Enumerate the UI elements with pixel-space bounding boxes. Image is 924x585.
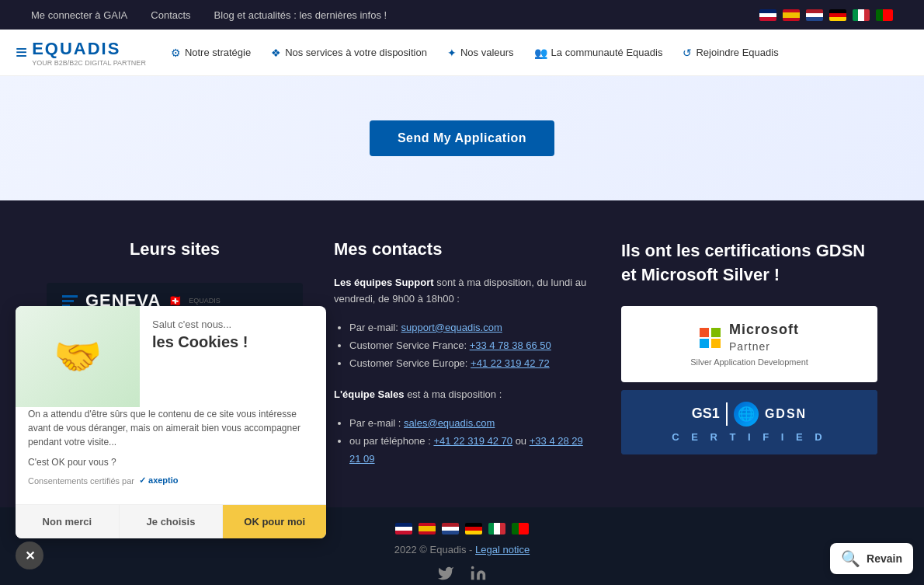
revain-widget[interactable]: 🔍 Revain: [830, 543, 913, 574]
footer-copyright: 2022 © Equadis - Legal notice: [394, 544, 530, 555]
certifications-section: Ils ont les certifications GDSN et Micro…: [621, 239, 877, 468]
footer-flag-de[interactable]: [465, 523, 482, 535]
cookie-text-area: Salut c'est nous... les Cookies !: [140, 306, 326, 407]
gdsn-certified: C E R T I F I E D: [672, 431, 827, 443]
logo-brand: EQUADIS: [32, 39, 146, 59]
linkedin-icon[interactable]: [470, 565, 487, 585]
ms-sq-blue: [700, 339, 709, 348]
gdsn-icon-area: 🌐: [734, 402, 759, 427]
legal-notice-link[interactable]: Legal notice: [475, 544, 530, 555]
footer-flag-it[interactable]: [488, 523, 505, 535]
sales-email-link[interactable]: sales@equadis.com: [404, 417, 495, 429]
gdsn-top: GS1 🌐 GDSN: [692, 402, 807, 427]
logo-text: EQUADIS YOUR B2B/B2C DIGITAL PARTNER: [32, 39, 146, 67]
cookie-body: On a attendu d'être sûrs que le contenu …: [16, 407, 326, 504]
cookie-title-big: les Cookies !: [152, 333, 314, 351]
support-france-phone[interactable]: +33 4 78 38 66 50: [470, 340, 551, 351]
hero-area: Send My Application: [0, 76, 924, 200]
support-list: Par e-mail: support@equadis.com Customer…: [349, 319, 590, 373]
nav-item-valeurs[interactable]: ✦ Nos valeurs: [438, 30, 523, 76]
sales-phone-1[interactable]: +41 22 319 42 70: [433, 435, 512, 447]
twitter-icon[interactable]: [437, 565, 454, 585]
flag-pt[interactable]: [876, 9, 893, 21]
nav-item-services[interactable]: ❖ Nos services à votre disposition: [262, 30, 436, 76]
flag-de[interactable]: [829, 9, 846, 21]
nav-item-communaute[interactable]: 👥 La communauté Equadis: [525, 30, 672, 76]
footer-flag-uk[interactable]: [395, 523, 412, 535]
microsoft-badge: MicrosoftPartner Silver Application Deve…: [621, 306, 877, 382]
support-email-link[interactable]: support@equadis.com: [401, 322, 502, 333]
nav-item-strategie[interactable]: ⚙ Notre stratégie: [162, 30, 260, 76]
nav-item-rejoindre[interactable]: ↺ Rejoindre Equadis: [673, 30, 787, 76]
gs1-logo: GS1: [692, 406, 720, 422]
valeurs-icon: ✦: [447, 47, 457, 59]
flag-nl[interactable]: [806, 9, 823, 21]
ms-text: MicrosoftPartner: [729, 322, 799, 354]
geneva-sub: EQUADIS: [189, 297, 221, 305]
footer-flag-es[interactable]: [419, 523, 436, 535]
geneva-lines: [62, 295, 78, 307]
cookie-title-small: Salut c'est nous...: [152, 319, 314, 330]
sales-intro-text: L'équipe Sales est à ma disposition :: [334, 387, 590, 403]
cookie-desc-1: On a attendu d'être sûrs que le contenu …: [28, 407, 314, 449]
top-nav-links: Me connecter à GAIA Contacts Blog et act…: [31, 9, 387, 21]
gdsn-text: GDSN: [765, 407, 807, 421]
cookie-desc-2: C'est OK pour vous ?: [28, 455, 314, 469]
gaia-link[interactable]: Me connecter à GAIA: [31, 9, 127, 21]
revain-label: Revain: [867, 552, 902, 565]
axeptio-logo: ✓ axeptio: [139, 475, 179, 486]
communaute-icon: 👥: [534, 47, 547, 59]
mes-contacts-title: Mes contacts: [334, 239, 590, 259]
mes-contacts-section: Mes contacts Les équipes Support sont à …: [334, 239, 590, 468]
flag-uk[interactable]: [759, 9, 776, 21]
logo-sub: YOUR B2B/B2C DIGITAL PARTNER: [32, 59, 146, 67]
top-nav-flags: [759, 9, 893, 21]
main-nav-links: ⚙ Notre stratégie ❖ Nos services à votre…: [162, 30, 908, 76]
cookie-no-button[interactable]: Non merci: [16, 505, 119, 538]
ms-sq-red: [700, 328, 709, 337]
sales-list: Par e-mail : sales@equadis.com ou par té…: [349, 414, 590, 468]
strategie-icon: ⚙: [171, 47, 181, 59]
logo[interactable]: ≡ EQUADIS YOUR B2B/B2C DIGITAL PARTNER: [16, 39, 146, 67]
logo-icon: ≡: [16, 40, 27, 64]
gdsn-inner: GS1 🌐 GDSN C E R T I F I E D: [621, 390, 877, 454]
ms-sq-yellow: [711, 339, 721, 348]
ms-partner-top: MicrosoftPartner: [700, 322, 799, 354]
gdsn-divider: [726, 402, 728, 426]
leurs-sites-title: Leurs sites: [47, 239, 303, 259]
cookie-buttons: Non merci Je choisis OK pour moi: [16, 504, 326, 538]
cookie-mascot-area: 🤝: [16, 306, 140, 407]
page-close-button[interactable]: ✕: [16, 541, 43, 569]
ms-sub: Silver Application Development: [690, 357, 808, 367]
geneva-flag: 🇨🇭: [168, 294, 182, 307]
cookie-consent-line: Consentements certifiés par ✓ axeptio: [28, 475, 314, 486]
ms-partner: MicrosoftPartner Silver Application Deve…: [690, 322, 808, 367]
cert-title: Ils ont les certifications GDSN et Micro…: [621, 239, 877, 287]
cookie-ok-button[interactable]: OK pour moi: [223, 505, 326, 538]
rejoindre-icon: ↺: [683, 47, 692, 59]
gdsn-badge: GS1 🌐 GDSN C E R T I F I E D: [621, 390, 877, 454]
ms-sq-green: [711, 328, 721, 337]
sales-phone-item: ou par téléphone : +41 22 319 42 70 ou +…: [349, 432, 590, 468]
blog-link[interactable]: Blog et actualités : les dernières infos…: [214, 9, 387, 21]
contacts-link[interactable]: Contacts: [151, 9, 190, 21]
svg-point-0: [471, 566, 474, 569]
footer-flag-nl[interactable]: [442, 523, 459, 535]
sales-email-item: Par e-mail : sales@equadis.com: [349, 414, 590, 432]
support-intro-text: Les équipes Support sont à ma dispositio…: [334, 275, 590, 308]
ms-logo: [700, 328, 721, 348]
cookie-mascots: 🤝: [54, 334, 102, 379]
support-europe-phone[interactable]: +41 22 319 42 72: [471, 357, 550, 369]
services-icon: ❖: [271, 47, 281, 59]
top-nav: Me connecter à GAIA Contacts Blog et act…: [0, 0, 924, 30]
send-application-button[interactable]: Send My Application: [370, 120, 554, 156]
footer-flags: [395, 523, 529, 535]
cookie-choose-button[interactable]: Je choisis: [119, 505, 224, 538]
flag-es[interactable]: [783, 9, 800, 21]
flag-it[interactable]: [853, 9, 870, 21]
cookie-header: 🤝 Salut c'est nous... les Cookies !: [16, 306, 326, 407]
support-europe-item: Customer Service Europe: +41 22 319 42 7…: [349, 354, 590, 372]
footer-flag-pt[interactable]: [512, 523, 529, 535]
support-france-item: Customer Service France: +33 4 78 38 66 …: [349, 336, 590, 354]
gdsn-globe-icon: 🌐: [734, 402, 759, 427]
